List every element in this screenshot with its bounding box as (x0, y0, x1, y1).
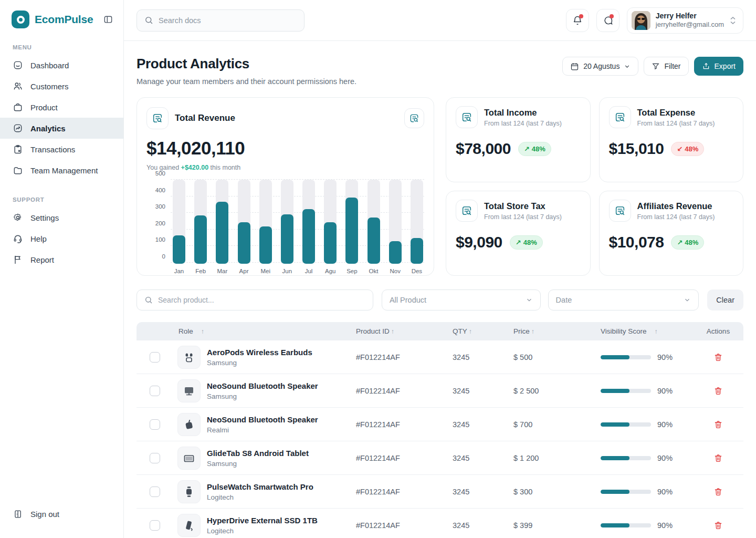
products-table: Role↑ Product ID↑ QTY↑ Price↑ Visibility… (136, 322, 743, 538)
revenue-value: $14,020,110 (146, 138, 424, 159)
export-button[interactable]: Export (694, 57, 743, 76)
sidebar-item-help[interactable]: Help (0, 228, 123, 249)
chart-bar-Jan: Jan (173, 180, 185, 263)
user-menu[interactable]: Jerry Helfer jerryhelfer@gmail.com (627, 7, 743, 34)
product-search-input[interactable] (158, 296, 365, 304)
export-label: Export (715, 62, 736, 70)
sidebar-item-settings[interactable]: Settings (0, 207, 123, 228)
sidebar-item-label: Dashboard (30, 61, 69, 70)
delete-row-button[interactable] (711, 451, 726, 465)
revenue-card-action-icon[interactable] (404, 108, 424, 128)
product-price: $ 300 (513, 488, 601, 496)
clear-filters-button[interactable]: Clear (707, 289, 743, 311)
menu-section-label: MENU (0, 28, 123, 55)
revenue-gained-amount: +$420.00 (181, 164, 208, 171)
table-body: AeroPods Wireless Earbuds Samsung #F0122… (136, 340, 743, 538)
chart-bar-Nov: Nov (389, 180, 402, 263)
signout-icon (13, 509, 23, 519)
chart-xtick: Mei (260, 268, 270, 274)
product-price: $ 500 (513, 353, 601, 361)
sort-up-icon: ↑ (655, 328, 658, 335)
trend-up-icon: ↗ (677, 239, 682, 246)
row-checkbox[interactable] (150, 520, 160, 531)
docs-search[interactable] (136, 9, 304, 32)
page-title: Product Analytics (136, 56, 356, 72)
header-product-id[interactable]: Product ID↑ (356, 327, 453, 335)
sidebar-item-signout[interactable]: Sign out (0, 503, 123, 524)
customers-icon (13, 81, 23, 91)
product-id: #F012214AF (356, 521, 453, 530)
product-filter-dropdown[interactable]: All Product (382, 289, 541, 311)
calendar-icon (570, 62, 579, 71)
row-checkbox[interactable] (150, 386, 160, 396)
chart-bar-Des: Des (411, 180, 423, 263)
delete-row-button[interactable] (711, 350, 726, 365)
support-section-label: SUPPORT (0, 181, 123, 207)
chart-ytick: 0 (149, 253, 165, 260)
brand-logo: EcomPulse (12, 11, 93, 28)
delete-row-button[interactable] (711, 484, 726, 499)
product-brand: Samsung (207, 392, 318, 400)
total-store-tax-card: Total Store Tax From last 124 (last 7 da… (446, 191, 591, 276)
product-name: NeoSound Bluetooth Speaker (207, 415, 318, 424)
funnel-icon (652, 62, 660, 70)
product-image-tablet (177, 447, 201, 470)
report-search-icon (609, 200, 631, 222)
product-price: $ 399 (513, 521, 601, 530)
stat-change-badge: ↗ 48% (671, 235, 704, 250)
product-price: $ 700 (513, 420, 601, 429)
sidebar-item-team-management[interactable]: Team Management (0, 160, 123, 181)
docs-search-input[interactable] (159, 16, 297, 25)
sidebar-item-report[interactable]: Report (0, 249, 123, 270)
row-checkbox[interactable] (150, 453, 160, 463)
header-qty[interactable]: QTY↑ (453, 327, 513, 335)
visibility-value: 90% (657, 387, 673, 395)
trash-icon (713, 386, 723, 396)
product-qty: 3245 (453, 488, 513, 496)
row-checkbox[interactable] (150, 487, 160, 497)
sidebar-collapse-icon[interactable] (102, 14, 114, 25)
chart-xtick: Jan (174, 268, 184, 274)
sidebar-item-label: Customers (30, 82, 69, 91)
trend-up-icon: ↗ (524, 145, 530, 153)
chart-bar-Agu: Agu (324, 180, 337, 263)
sidebar-item-product[interactable]: Product (0, 97, 123, 118)
filter-label: Filter (664, 62, 680, 70)
header-price[interactable]: Price↑ (513, 327, 601, 335)
user-email: jerryhelfer@gmail.com (656, 20, 724, 29)
chart-xtick: Apr (239, 268, 249, 274)
stat-value: $78,000 (456, 140, 511, 158)
messages-button[interactable] (596, 9, 620, 32)
sidebar-support: Settings Help Report (0, 207, 123, 270)
trash-icon (713, 521, 723, 530)
sidebar-item-label: Transactions (30, 145, 75, 154)
header-role[interactable]: Role↑ (168, 327, 356, 335)
notifications-button[interactable] (566, 9, 589, 32)
row-checkbox[interactable] (150, 419, 160, 430)
user-name: Jerry Helfer (656, 12, 724, 21)
visibility-bar (601, 523, 651, 527)
filter-button[interactable]: Filter (644, 57, 688, 76)
sidebar-item-dashboard[interactable]: Dashboard (0, 55, 123, 76)
date-picker-button[interactable]: 20 Agustus (562, 57, 638, 76)
stat-change-badge: ↙ 48% (671, 142, 704, 156)
product-image-tv (177, 379, 201, 402)
chart-xtick: Mar (217, 268, 227, 274)
affiliates-revenue-card: Affiliates Revenue From last 124 (last 7… (599, 191, 744, 276)
report-search-icon (146, 107, 169, 129)
product-search[interactable] (136, 289, 373, 311)
delete-row-button[interactable] (711, 384, 726, 398)
visibility-value: 90% (657, 420, 673, 429)
sidebar-item-label: Product (30, 103, 58, 112)
sidebar-item-transactions[interactable]: Transactions (0, 139, 123, 160)
stat-change-badge: ↗ 48% (518, 142, 551, 156)
product-image-earbuds (177, 346, 201, 369)
row-checkbox[interactable] (150, 352, 160, 363)
chart-bar-Mar: Mar (216, 180, 228, 263)
header-visibility-score[interactable]: Visibility Score↑ (601, 327, 693, 335)
sidebar-item-analytics[interactable]: Analytics (0, 118, 123, 139)
date-filter-dropdown[interactable]: Date (548, 289, 699, 311)
delete-row-button[interactable] (711, 417, 726, 432)
delete-row-button[interactable] (711, 518, 726, 533)
sidebar-item-customers[interactable]: Customers (0, 76, 123, 97)
